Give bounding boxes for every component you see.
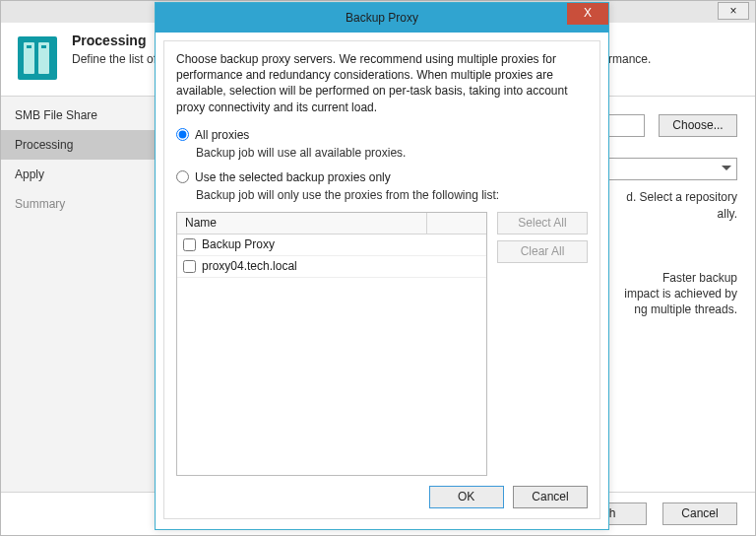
radio-all-input[interactable] bbox=[176, 128, 189, 141]
nav-item-summary[interactable]: Summary bbox=[1, 189, 158, 219]
proxy-row[interactable]: proxy04.tech.local bbox=[177, 256, 486, 278]
proxy-list-rows: Backup Proxy proxy04.tech.local bbox=[177, 234, 486, 475]
proxy-row-checkbox[interactable] bbox=[183, 260, 196, 273]
radio-all-label: All proxies bbox=[195, 128, 249, 142]
svg-rect-4 bbox=[41, 45, 46, 48]
choose-button[interactable]: Choose... bbox=[659, 114, 737, 137]
dialog-close-button[interactable]: X bbox=[567, 3, 608, 25]
proxy-row-checkbox[interactable] bbox=[183, 238, 196, 251]
column-divider bbox=[426, 213, 427, 234]
wizard-nav: SMB File Share Processing Apply Summary bbox=[1, 97, 158, 492]
radio-all-proxies[interactable]: All proxies bbox=[176, 128, 588, 142]
dialog-titlebar: Backup Proxy X bbox=[156, 3, 608, 33]
dialog-description: Choose backup proxy servers. We recommen… bbox=[176, 51, 588, 115]
radio-selected-hint: Backup job will only use the proxies fro… bbox=[196, 188, 588, 202]
dialog-footer: OK Cancel bbox=[176, 486, 588, 508]
column-name: Name bbox=[185, 216, 217, 230]
proxy-list-header: Name bbox=[177, 213, 486, 234]
proxy-selection-area: Name Backup Proxy proxy04.tech.local Sel… bbox=[176, 212, 588, 476]
repository-hint: d. Select a repository ally. bbox=[626, 189, 737, 223]
svg-rect-3 bbox=[27, 45, 32, 48]
backup-proxy-dialog: Backup Proxy X Choose backup proxy serve… bbox=[155, 2, 609, 530]
proxy-list: Name Backup Proxy proxy04.tech.local bbox=[176, 212, 487, 476]
dialog-title: Backup Proxy bbox=[346, 11, 418, 25]
wizard-cancel-button[interactable]: Cancel bbox=[662, 502, 737, 525]
proxy-side-buttons: Select All Clear All bbox=[497, 212, 588, 476]
nav-item-smb[interactable]: SMB File Share bbox=[1, 100, 158, 130]
ok-button[interactable]: OK bbox=[429, 486, 504, 508]
clear-all-button[interactable]: Clear All bbox=[497, 240, 588, 263]
select-all-button[interactable]: Select All bbox=[497, 212, 588, 234]
nav-item-processing[interactable]: Processing bbox=[1, 130, 158, 160]
dialog-body: Choose backup proxy servers. We recommen… bbox=[163, 40, 600, 519]
radio-all-hint: Backup job will use all available proxie… bbox=[196, 146, 588, 160]
nav-item-apply[interactable]: Apply bbox=[1, 160, 158, 189]
proxy-row-name: proxy04.tech.local bbox=[202, 259, 297, 273]
cancel-button[interactable]: Cancel bbox=[513, 486, 588, 508]
proxy-row-name: Backup Proxy bbox=[202, 237, 275, 251]
wizard-close-button[interactable]: × bbox=[718, 2, 749, 20]
filebox-icon bbox=[17, 33, 58, 80]
proxy-row[interactable]: Backup Proxy bbox=[177, 234, 486, 256]
radio-selected-label: Use the selected backup proxies only bbox=[195, 170, 391, 184]
radio-selected-input[interactable] bbox=[176, 170, 189, 183]
radio-selected-proxies[interactable]: Use the selected backup proxies only bbox=[176, 170, 588, 184]
